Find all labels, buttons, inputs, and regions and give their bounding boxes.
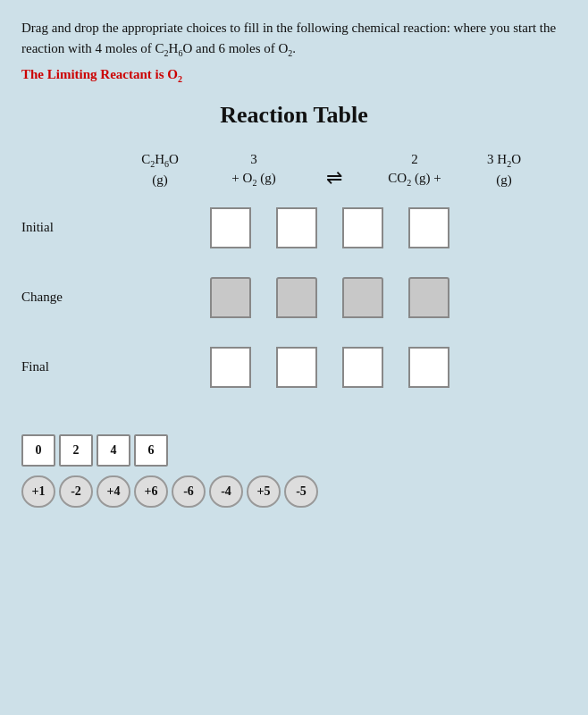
col-o2: 3+ O2 (g) — [205, 150, 303, 189]
token-0[interactable]: 0 — [21, 434, 55, 467]
rounded-tokens-row: +1 -2 +4 +6 -6 -4 +5 -5 — [21, 475, 567, 508]
initial-cell-1[interactable] — [210, 207, 251, 248]
final-cell-4[interactable] — [408, 347, 449, 388]
reaction-header: C2H6O(g) 3+ O2 (g) ⇌ 2CO2 (g) + 3 H2O(g) — [21, 150, 567, 189]
instructions-text: Drag and drop the appropriate choices to… — [21, 18, 567, 60]
final-cell-1[interactable] — [210, 347, 251, 388]
token-2[interactable]: 2 — [59, 434, 93, 467]
token-4[interactable]: 4 — [97, 434, 130, 467]
final-row: Final — [21, 347, 567, 388]
change-cell-1[interactable] — [210, 277, 251, 318]
final-cells — [93, 347, 567, 388]
initial-label: Initial — [21, 220, 93, 235]
initial-cell-2[interactable] — [276, 207, 317, 248]
token-plus4[interactable]: +4 — [97, 475, 130, 508]
col-co2: 2CO2 (g) + — [365, 150, 464, 189]
token-plus1[interactable]: +1 — [21, 475, 55, 508]
token-minus2[interactable]: -2 — [59, 475, 93, 508]
token-minus5[interactable]: -5 — [284, 475, 318, 508]
tokens-section: 0 2 4 6 +1 -2 +4 +6 -6 -4 +5 -5 — [21, 434, 567, 508]
reaction-table-title: Reaction Table — [21, 102, 567, 129]
initial-cell-3[interactable] — [342, 207, 383, 248]
initial-cells — [93, 207, 567, 248]
token-minus6[interactable]: -6 — [172, 475, 206, 508]
change-cell-2[interactable] — [276, 277, 317, 318]
final-label: Final — [21, 359, 93, 374]
col-arrow: ⇌ — [303, 166, 365, 189]
token-plus5[interactable]: +5 — [247, 475, 281, 508]
final-cell-3[interactable] — [342, 347, 383, 388]
change-row: Change — [21, 277, 567, 318]
initial-cell-4[interactable] — [408, 207, 449, 248]
limiting-reactant-label: The Limiting Reactant is O2 — [21, 67, 567, 84]
col-c2h6o: C2H6O(g) — [115, 150, 205, 189]
token-plus6[interactable]: +6 — [134, 475, 168, 508]
reaction-table: Initial Change Final — [21, 207, 567, 416]
final-cell-2[interactable] — [276, 347, 317, 388]
change-cell-3[interactable] — [342, 277, 383, 318]
col-h2o: 3 H2O(g) — [464, 150, 544, 189]
token-minus4[interactable]: -4 — [209, 475, 243, 508]
change-label: Change — [21, 290, 93, 305]
change-cells — [93, 277, 567, 318]
initial-row: Initial — [21, 207, 567, 248]
plain-tokens-row: 0 2 4 6 — [21, 434, 567, 467]
reaction-arrow: ⇌ — [307, 166, 361, 189]
token-6[interactable]: 6 — [134, 434, 168, 467]
change-cell-4[interactable] — [408, 277, 449, 318]
